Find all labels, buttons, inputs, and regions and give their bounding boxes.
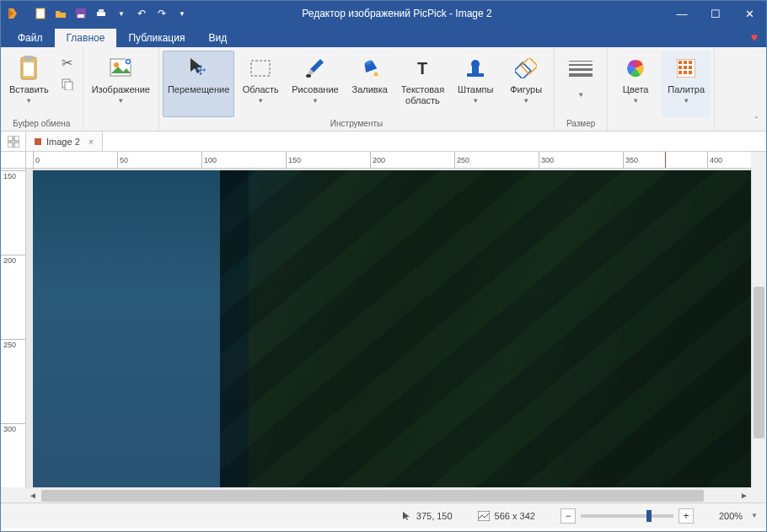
- shapes-tool-button[interactable]: Фигуры ▼: [502, 51, 550, 117]
- ribbon-tabs: Файл Главное Публикация Вид ♥: [1, 26, 766, 47]
- svg-rect-2: [78, 14, 84, 18]
- svg-rect-15: [251, 61, 270, 76]
- grid-icon: [8, 136, 19, 148]
- move-cursor-icon: [187, 54, 211, 83]
- minimize-button[interactable]: —: [665, 1, 699, 26]
- group-tools: Перемещение Область ▼ Рисование ▼ Заливк…: [159, 47, 555, 131]
- group-clipboard: Вставить ▼ ✂ Буфер обмена: [1, 47, 83, 131]
- svg-rect-6: [24, 56, 33, 61]
- zoom-control: − +: [560, 508, 694, 524]
- copy-button[interactable]: [57, 74, 78, 94]
- zoom-percent[interactable]: 200%▼: [719, 511, 758, 521]
- color-wheel-icon: [625, 54, 646, 83]
- cut-button[interactable]: ✂: [57, 52, 78, 73]
- print-icon[interactable]: [92, 4, 110, 23]
- image-button[interactable]: Изображение ▼: [87, 51, 155, 117]
- group-colors: Цвета ▼ Палитра ▼: [608, 47, 715, 131]
- qat-dropdown-icon[interactable]: ▼: [112, 4, 131, 23]
- workspace: 0 50 100 150 200 250 300 350 400 150 200…: [1, 152, 766, 502]
- canvas-viewport[interactable]: [26, 169, 751, 487]
- svg-rect-7: [24, 62, 34, 76]
- qat-more-icon[interactable]: ▼: [173, 4, 191, 23]
- svg-rect-35: [689, 71, 692, 74]
- svg-point-18: [373, 73, 378, 77]
- svg-rect-34: [684, 71, 687, 74]
- svg-rect-30: [678, 66, 682, 69]
- zoom-in-button[interactable]: +: [678, 508, 694, 524]
- tab-home[interactable]: Главное: [55, 29, 117, 47]
- stamps-tool-button[interactable]: Штампы ▼: [451, 51, 500, 117]
- doc-tab-label: Image 2: [46, 137, 80, 147]
- move-tool-button[interactable]: Перемещение: [163, 51, 234, 117]
- svg-rect-28: [684, 61, 687, 64]
- chevron-down-icon: ▼: [312, 97, 319, 105]
- vertical-scrollbar[interactable]: [751, 169, 766, 487]
- new-icon[interactable]: [31, 4, 50, 23]
- title-bar: ▼ ↶ ↷ ▼ Редактор изображений PicPick - I…: [1, 1, 766, 26]
- zoom-slider-thumb[interactable]: [646, 510, 652, 522]
- chevron-down-icon: ▼: [257, 97, 264, 105]
- paste-button[interactable]: Вставить ▼: [4, 51, 54, 117]
- redo-icon[interactable]: ↷: [153, 4, 171, 23]
- svg-rect-33: [678, 71, 682, 74]
- document-tab[interactable]: Image 2 ×: [26, 132, 103, 151]
- zoom-out-button[interactable]: −: [560, 508, 576, 524]
- svg-rect-0: [36, 8, 45, 19]
- scissors-icon: ✂: [62, 55, 72, 71]
- svg-text:T: T: [417, 59, 427, 78]
- colors-button[interactable]: Цвета ▼: [611, 51, 660, 117]
- horizontal-scrollbar[interactable]: ◄ ►: [26, 487, 751, 502]
- scroll-left-icon[interactable]: ◄: [26, 491, 40, 500]
- group-image: Изображение ▼: [83, 47, 159, 131]
- scrollbar-thumb[interactable]: [41, 490, 704, 502]
- svg-point-22: [471, 60, 480, 68]
- zoom-slider-track[interactable]: [581, 514, 673, 518]
- chevron-down-icon: ▼: [25, 97, 32, 105]
- horizontal-ruler[interactable]: 0 50 100 150 200 250 300 350 400: [26, 152, 751, 169]
- brush-icon: [305, 54, 325, 83]
- doc-modified-icon: [35, 138, 41, 145]
- status-bar: 375, 150 566 x 342 − + 200%▼: [1, 502, 766, 528]
- tab-view[interactable]: Вид: [196, 29, 239, 47]
- collapse-ribbon-icon[interactable]: ˆ: [755, 116, 758, 126]
- clipboard-icon: [18, 54, 40, 83]
- thumbnails-button[interactable]: [1, 132, 26, 151]
- window-title: Редактор изображений PicPick - Image 2: [196, 8, 665, 19]
- tab-file[interactable]: Файл: [6, 29, 55, 47]
- cursor-position: 375, 150: [401, 511, 453, 521]
- palette-button[interactable]: Палитра ▼: [662, 51, 711, 117]
- close-button[interactable]: ✕: [732, 1, 766, 26]
- save-icon[interactable]: [72, 4, 90, 23]
- scroll-right-icon[interactable]: ►: [738, 491, 751, 500]
- group-size: ▼ Размер: [555, 47, 608, 131]
- image-icon: [110, 54, 131, 83]
- image-size: 566 x 342: [478, 511, 535, 521]
- open-icon[interactable]: [51, 4, 70, 23]
- maximize-button[interactable]: ☐: [699, 1, 732, 26]
- undo-icon[interactable]: ↶: [132, 4, 151, 23]
- svg-rect-31: [684, 66, 687, 69]
- region-tool-button[interactable]: Область ▼: [236, 51, 285, 117]
- copy-icon: [62, 78, 73, 90]
- chevron-down-icon: ▼: [472, 97, 479, 105]
- svg-rect-4: [99, 9, 104, 13]
- draw-tool-button[interactable]: Рисование ▼: [287, 51, 343, 117]
- window-controls: — ☐ ✕: [665, 1, 766, 26]
- cursor-icon: [401, 511, 411, 521]
- heart-icon[interactable]: ♥: [751, 30, 758, 44]
- vertical-ruler[interactable]: 150 200 250 300: [1, 169, 26, 487]
- fill-tool-button[interactable]: Заливка: [346, 51, 394, 117]
- svg-rect-9: [65, 82, 72, 90]
- shapes-icon: [515, 54, 537, 83]
- close-tab-icon[interactable]: ×: [88, 137, 94, 147]
- text-tool-button[interactable]: T Текстовая область: [396, 51, 449, 117]
- size-button[interactable]: ▼: [558, 51, 603, 117]
- tab-publish[interactable]: Публикация: [116, 29, 196, 47]
- image-canvas[interactable]: [33, 170, 751, 487]
- scrollbar-thumb[interactable]: [754, 287, 764, 438]
- selection-icon: [250, 54, 271, 83]
- bucket-icon: [359, 54, 381, 83]
- chevron-down-icon: ▼: [683, 97, 689, 105]
- svg-rect-27: [678, 61, 682, 64]
- quick-access-toolbar: ▼ ↶ ↷ ▼: [26, 4, 196, 23]
